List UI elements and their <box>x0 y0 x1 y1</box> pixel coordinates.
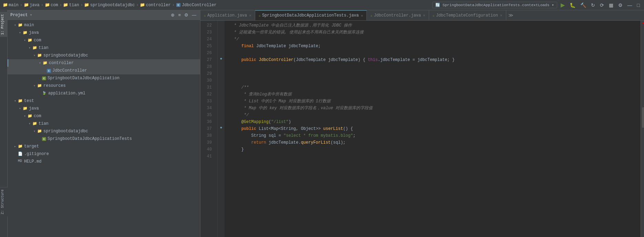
tree-item-gitignore[interactable]: 📄 .gitignore <box>8 150 200 158</box>
tab-jdbccontroller-java[interactable]: ☕ JdbcController.java ✕ <box>367 10 429 21</box>
folder-icon: 📁 <box>28 114 32 118</box>
breadcrumb-main[interactable]: 📁 main <box>3 3 19 8</box>
line-num-38: 38 <box>200 132 215 139</box>
panel-tools: ⊕ ≡ ⚙ — <box>170 12 197 18</box>
tree-label: resources <box>43 83 66 88</box>
reload-button[interactable]: ↻ <box>590 2 596 9</box>
tree-item-test-tian[interactable]: 📁 tian <box>8 120 200 127</box>
panel-locate-btn[interactable]: ⊕ <box>170 12 176 18</box>
tab-close-btn[interactable]: ✕ <box>423 13 425 18</box>
tree-item-controller[interactable]: 📁 controller <box>8 59 200 67</box>
build-button[interactable]: 🔨 <box>579 2 588 9</box>
tree-label: tian <box>39 45 49 50</box>
breadcrumb-jdbccontroller[interactable]: C JdbcController <box>176 3 217 8</box>
panel-collapse-btn[interactable]: ≡ <box>177 12 182 18</box>
maximize-button[interactable]: □ <box>636 2 641 9</box>
debug-button[interactable]: 🐛 <box>568 2 577 9</box>
code-line-27: public JdbcController(JdbcTemplate jdbcT… <box>225 56 641 63</box>
panel-minimize-btn[interactable]: — <box>191 12 197 18</box>
tree-arrow <box>13 144 17 148</box>
breadcrumb-com[interactable]: 📁 com <box>45 3 58 8</box>
tab-bar: ☕ Application.java ✕ ☕ SpringbootDataJdb… <box>200 10 644 21</box>
tree-item-helpmd[interactable]: MD HELP.md <box>8 158 200 165</box>
settings-button[interactable]: ⚙ <box>617 2 624 9</box>
java-test-tab-icon: ☕ <box>259 13 261 18</box>
line-num-31: 31 <box>200 84 215 91</box>
tab-close-btn[interactable]: ✕ <box>249 13 251 18</box>
tree-label: tian <box>39 121 49 126</box>
tab-close-btn[interactable]: ✕ <box>361 13 363 18</box>
line-num-41: 41 <box>200 153 215 160</box>
folder-icon: 📁 <box>37 129 42 134</box>
tree-item-apptests[interactable]: C SpringbootDataJdbcApplicationTests <box>8 135 200 143</box>
scroll-thumb[interactable] <box>642 107 644 128</box>
tree-label: test <box>24 99 34 103</box>
breadcrumb-controller[interactable]: 📁 controller <box>140 3 171 8</box>
code-content[interactable]: * JdbcTemplate 中会自己注入数据源，用于简化 JDBC 操作 * … <box>225 21 641 237</box>
line-num-35: 35 <box>200 112 215 118</box>
terminal-button[interactable]: ▦ <box>607 2 615 9</box>
tree-arrow <box>23 38 27 42</box>
structure-vertical-tab[interactable]: Z: Structure <box>0 187 8 216</box>
tree-label: main <box>24 23 34 28</box>
class-c-icon: C <box>47 69 51 73</box>
breadcrumb-springbootdatajdbc[interactable]: 📁 springbootdatajdbc <box>84 3 135 8</box>
tree-item-resources[interactable]: 📁 resources <box>8 82 200 90</box>
line-num-25: 25 <box>200 43 215 50</box>
folder-icon: 📁 <box>84 3 89 8</box>
minimize-button[interactable]: — <box>626 2 634 9</box>
project-vertical-tab[interactable]: 1: Project <box>0 12 8 37</box>
tree-item-test-springbootdatajdbc[interactable]: 📁 springbootdatajdbc <box>8 127 200 135</box>
code-line-34: * Map 中的 key 对应数据库的字段名，value 对应数据库的字段值 <box>225 105 641 112</box>
tab-jdbctemplate-java[interactable]: ☕ JdbcTemplateConfiguration ✕ <box>429 10 506 21</box>
panel-title: Project <box>10 13 28 18</box>
editor-area: ☕ Application.java ✕ ☕ SpringbootDataJdb… <box>200 10 644 237</box>
tab-application-java[interactable]: ☕ Application.java ✕ <box>200 10 255 21</box>
tree-label: com <box>34 114 41 118</box>
tab-springboottest-java[interactable]: ☕ SpringbootDataJdbcApplicationTests.jav… <box>255 10 367 21</box>
tree-item-target[interactable]: 📁 target <box>8 143 200 150</box>
line-numbers: 22 23 24 25 26 27 28 29 30 31 32 33 34 3… <box>200 21 218 237</box>
tree-arrow <box>38 61 42 65</box>
tree-arrow <box>18 31 22 35</box>
java-folder-icon: 📁 <box>23 106 28 111</box>
tree-item-test-java[interactable]: 📁 java <box>8 105 200 112</box>
tree-item-java[interactable]: 📁 java <box>8 29 200 37</box>
code-line-29 <box>225 70 641 77</box>
gutter: ◆ ◆ <box>218 21 225 237</box>
java-tab-icon: ☕ <box>433 13 435 18</box>
folder-icon: 📁 <box>45 3 50 8</box>
breadcrumb-tian[interactable]: 📁 tian <box>63 3 79 8</box>
tab-close-btn[interactable]: ✕ <box>500 13 502 18</box>
code-editor: 22 23 24 25 26 27 28 29 30 31 32 33 34 3… <box>200 21 644 237</box>
code-line-33: * List 中的1个 Map 对应数据库的 1行数据 <box>225 98 641 105</box>
tree-item-jdbccontroller[interactable]: C JdbcController <box>8 67 200 74</box>
gutter-37: ◆ <box>218 124 225 131</box>
run-button[interactable]: ▶ <box>559 1 566 9</box>
tree-item-yml[interactable]: 🍃 application.yml <box>8 90 200 97</box>
tree-arrow <box>13 99 17 103</box>
gutter-41 <box>218 152 225 158</box>
tree-item-test-com[interactable]: 📁 com <box>8 112 200 120</box>
update-button[interactable]: ⟳ <box>599 2 605 9</box>
tree-item-tian[interactable]: 📁 tian <box>8 44 200 52</box>
tree-item-springbootapp[interactable]: C SpringbootDataJdbcApplication <box>8 74 200 82</box>
breadcrumb-java[interactable]: 📁 java <box>24 3 40 8</box>
resources-folder-icon: 📁 <box>37 83 42 88</box>
run-config-selector[interactable]: 🔄 SpringbootDataJdbcApplicationTests.con… <box>432 2 557 8</box>
tab-overflow-btn[interactable]: ≫ <box>506 12 516 18</box>
run-config-icon: 🔄 <box>435 3 440 7</box>
right-scrollbar[interactable] <box>641 21 644 237</box>
tree-item-com[interactable]: 📁 com <box>8 37 200 44</box>
tree-item-main[interactable]: 📁 main <box>8 21 200 29</box>
tree-label: HELP.md <box>24 159 41 164</box>
tree-arrow <box>23 114 27 118</box>
gutter-28 <box>218 62 225 69</box>
tree-item-test[interactable]: 📁 test <box>8 97 200 105</box>
panel-header: Project ▾ ⊕ ≡ ⚙ — <box>8 10 200 20</box>
code-line-22: * JdbcTemplate 中会自己注入数据源，用于简化 JDBC 操作 <box>225 22 641 29</box>
vertical-tabs: 1: Project Z: Structure <box>0 10 8 237</box>
tree-item-springbootdatajdbc[interactable]: 📁 springbootdatajdbc <box>8 52 200 59</box>
panel-settings-btn[interactable]: ⚙ <box>183 12 189 18</box>
tree-arrow <box>13 159 17 164</box>
